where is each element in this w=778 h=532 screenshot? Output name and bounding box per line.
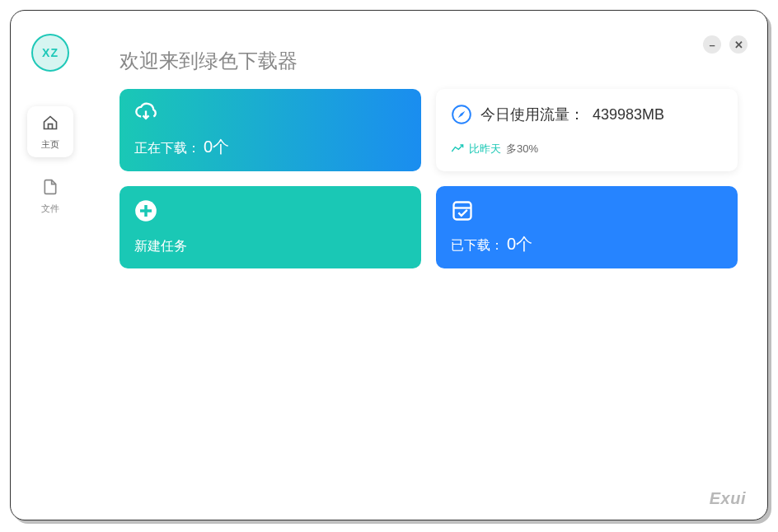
card-new-task[interactable]: 新建任务	[120, 186, 421, 268]
app-logo: XZ	[31, 34, 69, 72]
traffic-compare-label: 比昨天	[469, 142, 501, 156]
card-text: 正在下载： 0个	[134, 136, 406, 158]
file-icon	[42, 179, 59, 199]
window-controls: – ✕	[703, 35, 748, 54]
sidebar-item-label: 文件	[41, 203, 59, 215]
main-content: 欢迎来到绿色下载器 正在下载： 0个 今日使用流量： 439983MB	[90, 11, 767, 520]
traffic-compare-value: 多30%	[506, 142, 538, 156]
card-traffic: 今日使用流量： 439983MB 比昨天 多30%	[436, 89, 738, 171]
sidebar-item-label: 主页	[41, 138, 59, 151]
minimize-button[interactable]: –	[703, 35, 721, 54]
card-text: 已下载： 0个	[451, 233, 723, 255]
traffic-value: 439983MB	[593, 106, 664, 124]
traffic-label: 今日使用流量：	[480, 105, 584, 124]
downloading-count: 0个	[204, 136, 229, 158]
downloading-label: 正在下载：	[134, 140, 200, 157]
sidebar-item-files[interactable]: 文件	[27, 170, 73, 222]
downloaded-count: 0个	[507, 233, 532, 255]
app-window: – ✕ XZ 主页 文件 欢迎来到绿色下载器 正在下载：	[10, 10, 768, 520]
plus-circle-icon	[134, 199, 157, 222]
card-grid: 正在下载： 0个 今日使用流量： 439983MB 比昨天	[120, 89, 738, 268]
close-button[interactable]: ✕	[729, 35, 748, 54]
traffic-header: 今日使用流量： 439983MB	[451, 104, 723, 125]
traffic-compare: 比昨天 多30%	[451, 142, 723, 156]
checkbox-icon	[451, 199, 474, 222]
svg-rect-3	[454, 203, 471, 220]
card-downloading[interactable]: 正在下载： 0个	[120, 89, 421, 171]
home-icon	[42, 114, 59, 135]
trend-up-icon	[451, 143, 464, 156]
brand-text: xui	[721, 489, 746, 507]
newtask-label: 新建任务	[134, 238, 187, 255]
card-downloaded[interactable]: 已下载： 0个	[436, 186, 738, 268]
sidebar-item-home[interactable]: 主页	[27, 106, 73, 157]
card-text: 新建任务	[134, 238, 406, 255]
page-title: 欢迎来到绿色下载器	[120, 48, 738, 74]
svg-marker-1	[458, 111, 466, 119]
downloaded-label: 已下载：	[451, 237, 504, 254]
cloud-download-icon	[134, 102, 157, 125]
brand-watermark: Exui	[710, 489, 746, 508]
compass-icon	[451, 104, 472, 125]
sidebar: XZ 主页 文件	[11, 11, 90, 520]
